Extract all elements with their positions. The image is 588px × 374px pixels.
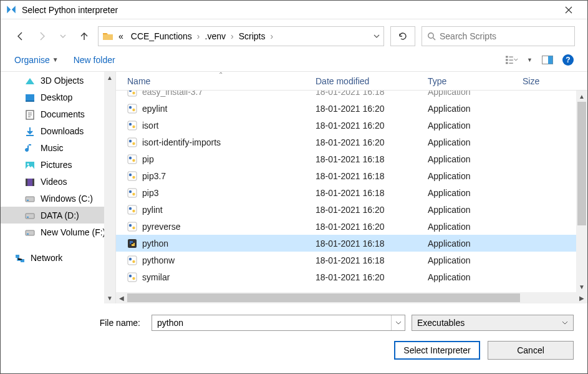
crumb-1[interactable]: CCE_Functions: [128, 31, 195, 41]
svg-point-57: [129, 274, 132, 277]
vertical-scrollbar[interactable]: ▲ ▼: [576, 91, 587, 292]
sidebar-icon: [24, 92, 34, 102]
file-type: Application: [428, 154, 520, 164]
sidebar-item[interactable]: Windows (C:): [1, 190, 115, 207]
scrollbar-thumb[interactable]: [127, 293, 520, 302]
cancel-button[interactable]: Cancel: [488, 341, 574, 360]
filename-input-box[interactable]: [152, 315, 405, 331]
svg-rect-3: [506, 62, 508, 64]
svg-rect-56: [128, 273, 137, 282]
file-name: python: [142, 239, 168, 249]
file-row[interactable]: pyreverse18-01-2021 16:20Application: [116, 218, 587, 235]
svg-rect-9: [26, 94, 34, 101]
col-size[interactable]: Size: [520, 76, 539, 86]
svg-point-27: [132, 91, 135, 94]
svg-rect-4: [509, 56, 513, 57]
nav-forward[interactable]: [34, 29, 49, 44]
file-row[interactable]: pip18-01-2021 16:18Application: [116, 150, 587, 167]
file-date: 18-01-2021 16:18: [316, 91, 428, 97]
window-title: Select Python interpreter: [22, 5, 554, 15]
sidebar-item[interactable]: Documents: [1, 106, 115, 122]
col-name[interactable]: Name: [116, 76, 316, 86]
nav-up[interactable]: [77, 29, 92, 44]
scroll-down-icon[interactable]: ▼: [576, 281, 587, 292]
sidebar-item[interactable]: 3D Objects: [1, 72, 115, 89]
crumb-ellipsis[interactable]: «: [116, 31, 126, 41]
select-button[interactable]: Select Interpreter: [394, 341, 480, 360]
sidebar-item[interactable]: Pictures: [1, 156, 115, 173]
scroll-down-icon[interactable]: ▼: [104, 292, 115, 303]
horizontal-scrollbar[interactable]: ◀ ▶: [116, 292, 587, 303]
sidebar-item-network[interactable]: Network: [1, 249, 115, 266]
chevron-right-icon: ›: [197, 31, 200, 41]
scroll-up-icon[interactable]: ▲: [576, 91, 587, 102]
file-row[interactable]: epylint18-01-2021 16:20Application: [116, 100, 587, 117]
organise-menu[interactable]: Organise▼: [14, 55, 59, 65]
svg-rect-25: [128, 91, 137, 96]
sidebar: 3D ObjectsDesktopDocumentsDownloadsMusic…: [1, 72, 116, 303]
preview-pane-toggle[interactable]: [541, 54, 554, 66]
search-input-box[interactable]: [422, 26, 575, 46]
svg-rect-20: [27, 217, 29, 218]
network-icon: [14, 253, 24, 263]
footer: File name: Executables Select Interprete…: [1, 303, 587, 373]
crumb-3[interactable]: Scripts: [236, 31, 268, 41]
nav-back[interactable]: [13, 29, 28, 44]
view-options[interactable]: [506, 54, 518, 66]
crumb-dropdown[interactable]: [374, 33, 380, 39]
file-row[interactable]: python18-01-2021 16:18Application: [116, 235, 587, 252]
file-row[interactable]: symilar18-01-2021 16:20Application: [116, 268, 587, 285]
file-row[interactable]: pythonw18-01-2021 16:18Application: [116, 252, 587, 268]
chevron-down-icon[interactable]: ▼: [527, 57, 533, 63]
sidebar-scrollbar[interactable]: ▲ ▼: [104, 72, 115, 303]
nav-recent[interactable]: [55, 29, 70, 44]
svg-point-38: [129, 156, 132, 159]
svg-point-55: [132, 260, 135, 262]
svg-rect-22: [27, 234, 29, 235]
svg-rect-8: [548, 56, 553, 64]
breadcrumb[interactable]: « CCE_Functions › .venv › Scripts ›: [98, 26, 384, 46]
chevron-down-icon: ▼: [52, 56, 59, 63]
refresh-button[interactable]: [390, 26, 415, 46]
col-type[interactable]: Type: [428, 76, 520, 86]
svg-rect-40: [128, 172, 137, 180]
sidebar-item[interactable]: Desktop: [1, 89, 115, 106]
help-icon[interactable]: ?: [562, 54, 574, 66]
new-folder-button[interactable]: New folder: [74, 55, 115, 65]
sidebar-icon: [24, 210, 34, 220]
sidebar-item[interactable]: Videos: [1, 173, 115, 190]
svg-point-36: [132, 142, 135, 144]
svg-point-30: [132, 108, 135, 111]
sidebar-item[interactable]: New Volume (F:): [1, 224, 115, 240]
file-row[interactable]: isort-identify-imports18-01-2021 16:20Ap…: [116, 134, 587, 150]
scrollbar-thumb[interactable]: [577, 102, 586, 225]
svg-point-35: [129, 139, 132, 142]
svg-rect-18: [27, 200, 29, 201]
file-type: Application: [428, 171, 520, 181]
file-row[interactable]: pylint18-01-2021 16:20Application: [116, 201, 587, 218]
file-date: 18-01-2021 16:20: [316, 104, 428, 114]
sidebar-item[interactable]: Downloads: [1, 122, 115, 139]
file-icon: [127, 205, 137, 215]
file-row[interactable]: pip318-01-2021 16:18Application: [116, 184, 587, 201]
file-icon: [127, 137, 137, 147]
scroll-up-icon[interactable]: ▲: [104, 72, 115, 83]
sidebar-item[interactable]: DATA (D:): [1, 207, 115, 224]
titlebar: Select Python interpreter: [1, 1, 587, 19]
scroll-left-icon[interactable]: ◀: [116, 292, 127, 303]
filetype-filter[interactable]: Executables: [412, 315, 574, 331]
file-row[interactable]: pip3.718-01-2021 16:18Application: [116, 167, 587, 184]
close-button[interactable]: [554, 1, 582, 19]
file-name: isort: [142, 121, 158, 130]
search-input[interactable]: [440, 31, 569, 41]
sidebar-item[interactable]: Music: [1, 139, 115, 156]
file-row[interactable]: easy_install-3.718-01-2021 16:18Applicat…: [116, 91, 587, 100]
svg-point-51: [132, 226, 135, 229]
file-row[interactable]: isort18-01-2021 16:20Application: [116, 117, 587, 134]
filename-dropdown[interactable]: [391, 315, 405, 330]
file-type: Application: [428, 121, 520, 130]
scroll-right-icon[interactable]: ▶: [576, 292, 587, 303]
filename-input[interactable]: [152, 318, 391, 328]
crumb-2[interactable]: .venv: [203, 31, 228, 41]
col-date[interactable]: Date modified: [316, 76, 428, 86]
